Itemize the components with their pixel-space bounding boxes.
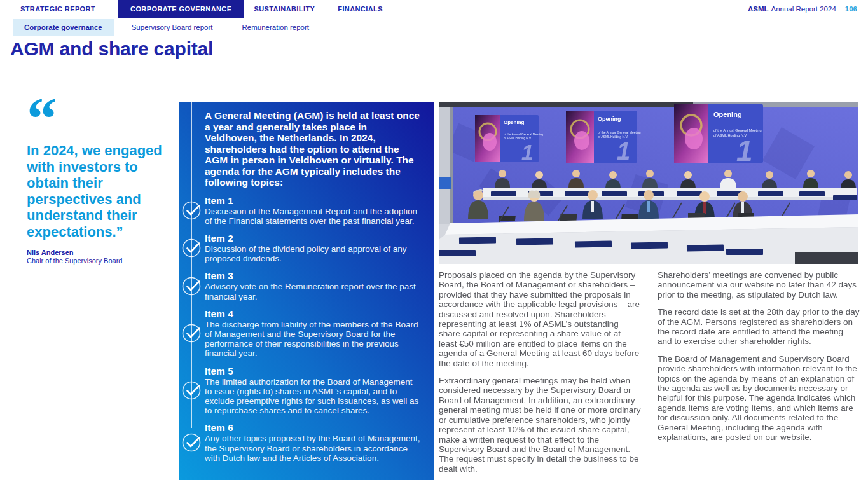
paragraph: Proposals placed on the agenda by the Su… <box>439 270 641 368</box>
checkmark-circle-icon <box>182 381 201 400</box>
report-title: Annual Report 2024 <box>771 5 836 13</box>
agenda-item-desc: Any other topics proposed by the Board o… <box>205 434 420 463</box>
agenda-item-title: Item 6 <box>205 422 420 434</box>
agenda-item-title: Item 2 <box>205 233 420 244</box>
pull-quote: “ In 2024, we engaged with investors to … <box>27 100 181 265</box>
page-number: 106 <box>845 5 857 13</box>
agenda-item-desc: The discharge from liability of the memb… <box>205 320 420 359</box>
agenda-item-title: Item 5 <box>205 366 420 377</box>
svg-text:of the Annual General Meeting: of the Annual General Meeting <box>504 133 544 136</box>
slide-3: Opening of the Annual General Meeting of… <box>674 104 763 167</box>
checkmark-circle-icon <box>182 277 201 296</box>
quote-author: Nils Andersen <box>27 249 181 256</box>
agenda-item-desc: Advisory vote on the Remuneration report… <box>205 282 420 301</box>
paragraph: Extraordinary general meetings may be he… <box>439 376 641 474</box>
tab-strategic-report[interactable]: STRATEGIC REPORT <box>20 0 95 18</box>
svg-text:1: 1 <box>617 138 630 165</box>
agenda-item-6: Item 6 Any other topics proposed by the … <box>205 422 420 463</box>
body-columns: Proposals placed on the agenda by the Su… <box>439 270 860 481</box>
paragraph: The Board of Management and Supervisory … <box>658 354 860 443</box>
agenda-item-5: Item 5 The limited authorization for the… <box>205 366 420 416</box>
svg-text:Opening: Opening <box>598 116 621 122</box>
brand-name: ASML <box>748 5 769 13</box>
body-column-right: Shareholders’ meetings are convened by p… <box>658 270 860 481</box>
svg-text:Opening: Opening <box>713 111 742 118</box>
slide-2: Opening of the Annual General Meeting of… <box>566 111 641 165</box>
sub-nav: Corporate governance Supervisory Board r… <box>0 19 868 36</box>
checkmark-circle-icon <box>182 324 201 343</box>
subtab-supervisory-board-report[interactable]: Supervisory Board report <box>120 19 224 36</box>
agenda-item-desc: Discussion of the dividend policy and ap… <box>205 244 420 263</box>
slide-1: Opening of the Annual General Meeting of… <box>475 115 544 164</box>
svg-text:1: 1 <box>736 134 753 167</box>
agenda-item-desc: The limited authorization for the Board … <box>205 377 420 416</box>
quote-author-role: Chair of the Supervisory Board <box>27 257 181 265</box>
quote-text: In 2024, we engaged with investors to ob… <box>27 142 181 240</box>
agenda-intro: A General Meeting (AGM) is held at least… <box>205 110 420 188</box>
agenda-item-title: Item 1 <box>205 195 420 207</box>
svg-text:Opening: Opening <box>504 120 525 125</box>
agenda-item-3: Item 3 Advisory vote on the Remuneration… <box>205 270 420 301</box>
agenda-item-4: Item 4 The discharge from liability of t… <box>205 308 420 359</box>
agenda-item-title: Item 4 <box>205 308 420 320</box>
checkmark-circle-icon <box>182 238 201 258</box>
subtab-corporate-governance[interactable]: Corporate governance <box>13 19 114 36</box>
subtab-remuneration-report[interactable]: Remuneration report <box>231 19 320 36</box>
agenda-item-1: Item 1 Discussion of the Management Repo… <box>205 195 420 226</box>
tab-corporate-governance[interactable]: CORPORATE GOVERNANCE <box>118 0 244 18</box>
agm-photo: Opening of the Annual General Meeting of… <box>439 102 858 264</box>
annual-report-page: STRATEGIC REPORT CORPORATE GOVERNANCE SU… <box>0 0 868 489</box>
paragraph: The record date is set at the 28th day p… <box>658 307 860 347</box>
top-nav: STRATEGIC REPORT CORPORATE GOVERNANCE SU… <box>0 0 868 18</box>
report-section-tabs: STRATEGIC REPORT CORPORATE GOVERNANCE SU… <box>0 0 406 18</box>
agenda-item-title: Item 3 <box>205 270 420 282</box>
report-meta: ASML Annual Report 2024 106 <box>748 0 868 18</box>
checkmark-circle-icon <box>182 201 201 220</box>
checkmark-circle-icon <box>182 433 201 452</box>
paragraph: Shareholders’ meetings are convened by p… <box>658 270 860 300</box>
svg-text:1: 1 <box>521 140 534 164</box>
timeline-line <box>191 102 192 428</box>
agenda-item-2: Item 2 Discussion of the dividend policy… <box>205 233 420 263</box>
tab-financials[interactable]: FINANCIALS <box>338 0 383 18</box>
page-title: AGM and share capital <box>10 38 213 60</box>
svg-text:of the Annual General Meeting: of the Annual General Meeting <box>713 128 762 132</box>
body-column-left: Proposals placed on the agenda by the Su… <box>439 270 641 481</box>
agenda-item-desc: Discussion of the Management Report and … <box>205 207 420 226</box>
svg-text:of the Annual General Meeting: of the Annual General Meeting <box>598 130 641 134</box>
agm-agenda-panel: A General Meeting (AGM) is held at least… <box>179 102 434 480</box>
tab-sustainability[interactable]: SUSTAINABILITY <box>254 0 315 18</box>
quote-mark-icon: “ <box>27 100 181 137</box>
